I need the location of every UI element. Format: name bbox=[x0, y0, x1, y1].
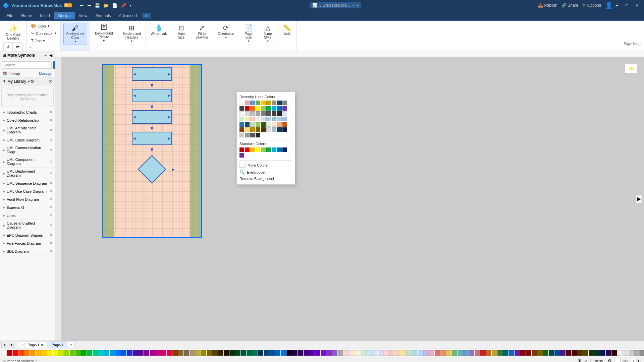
recent-color-swatch[interactable] bbox=[282, 122, 287, 127]
recent-color-swatch[interactable] bbox=[272, 122, 276, 127]
palette-color-swatch[interactable] bbox=[218, 350, 223, 356]
recent-color-swatch[interactable] bbox=[245, 127, 250, 132]
palette-color-swatch[interactable] bbox=[235, 350, 240, 356]
sidebar-item-object-relationship[interactable]: ▶ Object Relationship ✕ bbox=[0, 116, 55, 124]
palette-color-swatch[interactable] bbox=[361, 350, 366, 356]
recent-color-swatch[interactable] bbox=[277, 122, 282, 127]
palette-color-swatch[interactable] bbox=[446, 350, 451, 356]
palette-color-swatch[interactable] bbox=[281, 350, 286, 356]
recent-color-swatch[interactable] bbox=[245, 133, 250, 137]
palette-color-swatch[interactable] bbox=[167, 350, 172, 356]
recent-color-swatch[interactable] bbox=[250, 122, 255, 127]
palette-color-swatch[interactable] bbox=[452, 350, 457, 356]
sidebar-item-express-g[interactable]: ▶ Express-G ✕ bbox=[0, 203, 55, 212]
palette-color-swatch[interactable] bbox=[526, 350, 531, 356]
menu-file[interactable]: File bbox=[3, 12, 17, 19]
standard-color-swatch[interactable] bbox=[245, 147, 250, 152]
standard-color-swatch[interactable] bbox=[261, 147, 266, 152]
page-setup-expand[interactable]: ⌄ bbox=[639, 46, 641, 49]
palette-color-swatch[interactable] bbox=[332, 350, 337, 356]
open-btn[interactable]: 📂 bbox=[102, 2, 110, 9]
recent-color-swatch[interactable] bbox=[277, 127, 282, 132]
palette-color-swatch[interactable] bbox=[395, 350, 400, 356]
palette-color-swatch[interactable] bbox=[640, 350, 644, 356]
palette-color-swatch[interactable] bbox=[440, 350, 446, 356]
sidebar-item-infographic[interactable]: ▶ Infographic Charts ✕ bbox=[0, 108, 55, 116]
sidebar-collapse-btn[interactable]: ◀ bbox=[49, 53, 52, 58]
settings-btn[interactable]: ⚙ bbox=[608, 358, 612, 362]
palette-color-swatch[interactable] bbox=[36, 350, 41, 356]
palette-color-swatch[interactable] bbox=[343, 350, 349, 356]
palette-color-swatch[interactable] bbox=[155, 350, 161, 356]
recent-color-swatch[interactable] bbox=[245, 122, 250, 127]
beautify-tool-1[interactable]: ↺ bbox=[3, 42, 13, 52]
recent-color-swatch[interactable] bbox=[239, 101, 244, 105]
standard-color-swatch[interactable] bbox=[239, 153, 244, 158]
orientation-btn[interactable]: ⟳ Orientation ▾ bbox=[216, 23, 236, 40]
close-icon[interactable]: ✕ bbox=[49, 233, 52, 237]
recent-color-swatch[interactable] bbox=[266, 127, 271, 132]
recent-color-swatch[interactable] bbox=[266, 117, 271, 121]
palette-color-swatch[interactable] bbox=[549, 350, 554, 356]
dropdown-btn[interactable]: ▾ bbox=[128, 3, 133, 8]
recent-color-swatch[interactable] bbox=[239, 122, 244, 127]
palette-color-swatch[interactable] bbox=[258, 350, 263, 356]
share-btn[interactable]: 🔗 Share bbox=[561, 3, 578, 8]
close-icon[interactable]: ✕ bbox=[49, 205, 52, 209]
undo-btn[interactable]: ↩ bbox=[78, 2, 85, 9]
close-icon[interactable]: ✕ bbox=[49, 223, 52, 228]
watermark-btn[interactable]: 💧 Watermark bbox=[149, 23, 169, 37]
palette-color-swatch[interactable] bbox=[70, 350, 75, 356]
palette-color-swatch[interactable] bbox=[304, 350, 309, 356]
palette-color-swatch[interactable] bbox=[18, 350, 24, 356]
palette-color-swatch[interactable] bbox=[190, 350, 195, 356]
recent-color-swatch[interactable] bbox=[250, 101, 255, 105]
standard-color-swatch[interactable] bbox=[250, 147, 255, 152]
recent-color-swatch[interactable] bbox=[250, 111, 255, 116]
palette-color-swatch[interactable] bbox=[224, 350, 229, 356]
publish-btn[interactable]: 📤 Publish bbox=[538, 3, 557, 8]
standard-color-swatch[interactable] bbox=[239, 147, 244, 152]
color-btn[interactable]: 🎨 Color ▾ bbox=[29, 23, 58, 29]
palette-color-swatch[interactable] bbox=[24, 350, 30, 356]
recent-color-swatch[interactable] bbox=[282, 111, 287, 116]
standard-color-swatch[interactable] bbox=[256, 147, 260, 152]
recent-color-swatch[interactable] bbox=[256, 133, 260, 137]
fit-to-drawing-btn[interactable]: ⤢ Fit toDrawing bbox=[194, 23, 210, 40]
palette-color-swatch[interactable] bbox=[53, 350, 58, 356]
close-icon[interactable]: ✕ bbox=[49, 241, 52, 245]
sidebar-item-uml-sequence[interactable]: ▶ UML Sequence Diagram ✕ bbox=[0, 179, 55, 187]
palette-color-swatch[interactable] bbox=[7, 350, 12, 356]
palette-color-swatch[interactable] bbox=[326, 350, 332, 356]
recent-color-swatch[interactable] bbox=[272, 117, 276, 121]
tab-page-1[interactable]: 📄 Page-1 bbox=[17, 342, 47, 348]
recent-color-swatch[interactable] bbox=[282, 106, 287, 111]
palette-color-swatch[interactable] bbox=[110, 350, 115, 356]
palette-color-swatch[interactable] bbox=[400, 350, 406, 356]
palette-color-swatch[interactable] bbox=[469, 350, 474, 356]
recent-color-swatch[interactable] bbox=[261, 122, 266, 127]
sidebar-item-cause-effect[interactable]: ▶ Cause and Effect Diagram ✕ bbox=[0, 220, 55, 231]
palette-color-swatch[interactable] bbox=[1, 350, 7, 356]
palette-color-swatch[interactable] bbox=[600, 350, 605, 356]
recent-color-swatch[interactable] bbox=[256, 111, 260, 116]
palette-color-swatch[interactable] bbox=[269, 350, 275, 356]
standard-color-swatch[interactable] bbox=[272, 147, 276, 152]
recent-color-swatch[interactable] bbox=[261, 127, 266, 132]
recent-color-swatch[interactable] bbox=[282, 117, 287, 121]
recent-color-swatch[interactable] bbox=[245, 111, 250, 116]
palette-color-swatch[interactable] bbox=[475, 350, 480, 356]
palette-color-swatch[interactable] bbox=[594, 350, 600, 356]
palette-color-swatch[interactable] bbox=[64, 350, 69, 356]
recent-color-swatch[interactable] bbox=[261, 106, 266, 111]
my-library-settings-btn[interactable]: ⚙ bbox=[30, 79, 34, 84]
recent-color-swatch[interactable] bbox=[250, 117, 255, 121]
palette-color-swatch[interactable] bbox=[634, 350, 640, 356]
palette-color-swatch[interactable] bbox=[423, 350, 429, 356]
fit-btn[interactable]: ⤢ bbox=[584, 358, 588, 362]
recent-color-swatch[interactable] bbox=[282, 101, 287, 105]
close-icon[interactable]: ✕ bbox=[49, 118, 52, 122]
palette-color-swatch[interactable] bbox=[383, 350, 389, 356]
close-icon[interactable]: ✕ bbox=[49, 197, 52, 201]
recent-color-swatch[interactable] bbox=[239, 106, 244, 111]
